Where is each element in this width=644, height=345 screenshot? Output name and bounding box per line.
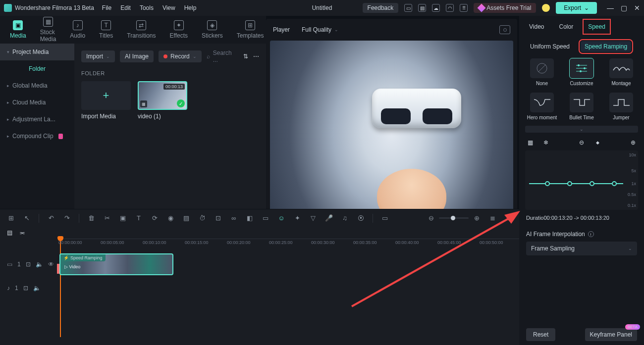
sidebar-item-compound[interactable]: ▸Compound Clip• — [0, 128, 74, 145]
remove-keyframe-icon[interactable]: ⊖ — [578, 139, 586, 147]
tab-effects[interactable]: ✦Effects — [170, 20, 188, 39]
search-input[interactable]: ⌕Search ... — [207, 49, 238, 63]
menu-edit[interactable]: Edit — [120, 4, 131, 11]
tab-video[interactable]: Video — [526, 21, 547, 32]
crop-icon[interactable]: ▣ — [119, 214, 127, 222]
menu-tools[interactable]: Tools — [140, 4, 154, 11]
cloud-icon[interactable]: ☁ — [432, 4, 440, 12]
preset-jumper[interactable]: Jumper — [604, 93, 638, 121]
cut-icon[interactable]: ✂ — [103, 214, 111, 222]
avatar[interactable] — [542, 4, 550, 12]
link-icon[interactable]: ⫘ — [19, 229, 25, 236]
device-icon[interactable]: ▭ — [404, 4, 412, 12]
pointer-icon[interactable]: ↖ — [23, 214, 31, 222]
ramp-keyframe[interactable] — [567, 181, 572, 186]
menu-view[interactable]: View — [162, 4, 175, 11]
preset-hero[interactable]: Hero moment — [525, 93, 559, 121]
menu-help[interactable]: Help — [184, 4, 197, 11]
undo-icon[interactable]: ↶ — [47, 214, 55, 222]
headphones-icon[interactable]: ◠ — [446, 4, 454, 12]
media-item-video1[interactable]: 00:00:13 ▦ ✓ video (1) — [138, 81, 187, 120]
sidebar-item-folder[interactable]: Folder — [0, 60, 74, 77]
chroma-icon[interactable]: ◧ — [246, 214, 254, 222]
sidebar-item-global[interactable]: ▸Global Media — [0, 77, 74, 94]
preset-customize[interactable]: Customize — [565, 58, 598, 87]
delete-icon[interactable]: 🗑 — [87, 214, 95, 222]
menu-file[interactable]: File — [102, 4, 111, 11]
snapshot-icon[interactable] — [499, 25, 510, 34]
color-icon[interactable]: ◉ — [166, 214, 174, 222]
import-media-tile[interactable]: + Import Media — [81, 81, 131, 120]
minimize-button[interactable]: — — [607, 4, 614, 12]
options-icon[interactable]: ⌄ — [504, 214, 512, 222]
tab-stickers[interactable]: ◈Stickers — [202, 20, 223, 39]
tab-stock[interactable]: ▦Stock Media — [40, 17, 56, 43]
tab-color[interactable]: Color — [556, 21, 576, 32]
tab-media[interactable]: ▣Media — [10, 20, 26, 39]
grid-toggle-icon[interactable]: ▦ — [526, 139, 534, 147]
sidebar-item-adjustment[interactable]: ▸Adjustment La... — [0, 111, 74, 128]
filter-icon[interactable]: ⇅ — [243, 53, 248, 60]
eye-icon[interactable]: 👁 — [48, 261, 54, 268]
ramp-keyframe[interactable] — [612, 181, 617, 186]
mask-icon[interactable]: ▨ — [182, 214, 190, 222]
apps-icon[interactable]: ⠿ — [460, 4, 468, 12]
ai-interp-dropdown[interactable]: Frame Sampling⌄ — [526, 242, 637, 255]
tab-transitions[interactable]: ⇄Transitions — [127, 20, 156, 39]
close-button[interactable]: ✕ — [634, 4, 640, 12]
info-icon[interactable]: i — [588, 231, 594, 237]
overlay-icon[interactable]: ▭ — [262, 214, 269, 222]
add-keyframe-icon[interactable]: ⊕ — [629, 139, 637, 147]
import-dropdown[interactable]: Import⌄ — [81, 50, 115, 62]
track-view-icon[interactable]: ▤ — [7, 229, 12, 236]
audio-track-body[interactable] — [58, 276, 519, 300]
speed-ramp-graph[interactable]: 10x 5x 1x 0.5x 0.1x — [525, 150, 638, 210]
export-button[interactable]: Export⌄ — [556, 2, 597, 14]
freeze-icon[interactable]: ❄ — [542, 139, 550, 147]
project-media-header[interactable]: ▾Project Media — [0, 44, 74, 60]
ai-image-button[interactable]: AI Image — [120, 50, 154, 62]
list-view-icon[interactable]: ≣ — [488, 214, 496, 222]
redo-icon[interactable]: ↷ — [63, 214, 71, 222]
beat-icon[interactable]: ⦿ — [357, 214, 365, 222]
aspect-icon[interactable]: ▭ — [381, 214, 389, 222]
smiley-icon[interactable]: ☺ — [277, 214, 285, 222]
magnet-icon[interactable]: ⊞ — [7, 214, 15, 222]
feedback-button[interactable]: Feedback — [363, 3, 399, 13]
quality-dropdown[interactable]: Full Quality⌄ — [297, 24, 343, 36]
mic-icon[interactable]: 🎤 — [325, 214, 333, 222]
zoom-slider[interactable] — [439, 217, 469, 219]
sparkle-icon[interactable]: ✦ — [293, 214, 301, 222]
rotate-icon[interactable]: ⟳ — [151, 214, 159, 222]
zoom-in-icon[interactable]: ⊕ — [473, 214, 481, 222]
subtab-uniform[interactable]: Uniform Speed — [526, 41, 574, 52]
save-icon[interactable]: ▤ — [418, 4, 426, 12]
more-icon[interactable]: ⋯ — [253, 53, 259, 60]
lock-icon[interactable]: ⊡ — [23, 285, 28, 292]
maximize-button[interactable]: ▢ — [621, 4, 627, 12]
ramp-keyframe[interactable] — [545, 181, 550, 186]
lock-icon[interactable]: ⊡ — [26, 261, 31, 268]
music-icon[interactable]: ♫ — [341, 214, 349, 222]
record-dropdown[interactable]: Record⌄ — [159, 50, 202, 62]
sidebar-item-cloud[interactable]: ▸Cloud Media — [0, 94, 74, 111]
tab-templates[interactable]: ⊞Templates — [237, 20, 264, 39]
timeline-clip[interactable]: ⚡Speed Ramping ▷ Video — [59, 253, 173, 275]
tab-titles[interactable]: TTitles — [99, 20, 113, 39]
reset-button[interactable]: Reset — [526, 328, 555, 341]
video-track-body[interactable]: ⚡Speed Ramping ▷ Video — [58, 252, 519, 276]
speed-icon[interactable]: ⏱ — [198, 214, 206, 222]
tab-speed[interactable]: Speed — [585, 21, 608, 32]
tab-audio[interactable]: ♪Audio — [70, 20, 85, 39]
shield-icon[interactable]: ▽ — [309, 214, 317, 222]
text-icon[interactable]: T — [135, 214, 143, 222]
timeline-ruler[interactable]: 00:00:00:00 00:00:05:00 00:00:10:00 00:0… — [58, 239, 519, 252]
keyframe-panel-button[interactable]: Keyframe PanelBETA — [585, 328, 637, 341]
track-icon[interactable]: ∞ — [230, 214, 238, 222]
center-icon[interactable]: ⊡ — [214, 214, 222, 222]
preset-montage[interactable]: Montage — [604, 58, 638, 87]
ramp-keyframe[interactable] — [590, 181, 594, 186]
preset-bullet[interactable]: Bullet Time — [565, 93, 598, 121]
mute-icon[interactable]: 🔈 — [33, 285, 41, 292]
keyframe-dot-icon[interactable]: ◆ — [593, 139, 601, 147]
